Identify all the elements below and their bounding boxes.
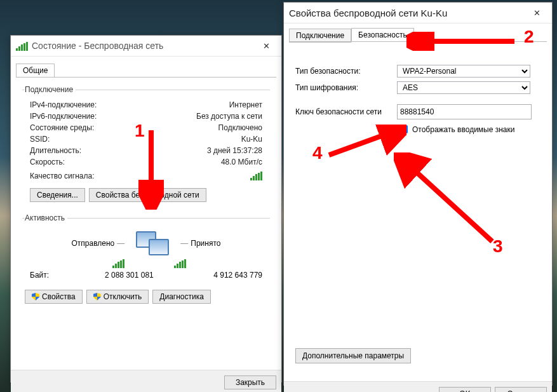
status-titlebar: Состояние - Беспроводная сеть ✕ bbox=[11, 36, 281, 57]
properties-button[interactable]: Свойства bbox=[25, 290, 83, 304]
signal-label: Качество сигнала: bbox=[30, 172, 94, 180]
bytes-received-value: 4 912 643 779 bbox=[213, 271, 262, 280]
enctype-label: Тип шифрования: bbox=[295, 83, 391, 92]
ssid-label: SSID: bbox=[30, 135, 50, 144]
wprops-title: Свойства беспроводной сети Ku-Ku bbox=[289, 8, 524, 18]
wifi-icon bbox=[16, 42, 28, 51]
show-characters-checkbox[interactable] bbox=[399, 125, 408, 133]
speed-value: 48.0 Мбит/с bbox=[221, 158, 262, 166]
disable-button[interactable]: Отключить bbox=[86, 290, 149, 304]
ok-button[interactable]: OK bbox=[439, 387, 491, 392]
status-tabs: Общие bbox=[11, 57, 281, 77]
tab-general[interactable]: Общие bbox=[16, 64, 55, 78]
wprops-footer: OK Отмена bbox=[284, 381, 552, 392]
ipv4-label: IPv4-подключение: bbox=[30, 100, 97, 109]
advanced-settings-button[interactable]: Дополнительные параметры bbox=[295, 348, 411, 363]
wprops-titlebar: Свойства беспроводной сети Ku-Ku ✕ bbox=[284, 3, 552, 24]
status-window: Состояние - Беспроводная сеть ✕ Общие По… bbox=[10, 35, 282, 382]
media-value: Подключено bbox=[218, 123, 262, 132]
ssid-value: Ku-Ku bbox=[241, 135, 262, 144]
activity-visual: Отправлено — — Принято bbox=[25, 230, 267, 257]
encryption-type-select[interactable]: AES bbox=[397, 81, 530, 94]
signal-quality-icon bbox=[250, 172, 262, 180]
bytes-label: Байт: bbox=[30, 271, 49, 280]
security-panel: Тип безопасности: WPA2-Personal Тип шифр… bbox=[289, 41, 547, 381]
tab-security[interactable]: Безопасность bbox=[351, 28, 414, 42]
network-icon bbox=[133, 230, 171, 257]
duration-label: Длительность: bbox=[30, 146, 81, 155]
ipv6-label: IPv6-подключение: bbox=[30, 112, 97, 121]
sent-signal-icon bbox=[112, 259, 124, 268]
cancel-button[interactable]: Отмена bbox=[495, 387, 547, 392]
wprops-tabs: Подключение Безопасность bbox=[284, 24, 552, 41]
recv-signal-icon bbox=[174, 259, 186, 268]
speed-label: Скорость: bbox=[30, 158, 65, 166]
close-button[interactable]: Закрыть bbox=[224, 375, 276, 389]
sectype-label: Тип безопасности: bbox=[295, 67, 391, 76]
network-key-input[interactable] bbox=[397, 104, 532, 119]
bytes-sent-value: 2 088 301 081 bbox=[105, 271, 154, 280]
tab-connection[interactable]: Подключение bbox=[289, 29, 351, 43]
ipv4-value: Интернет bbox=[229, 100, 262, 109]
status-tab-panel: Подключение IPv4-подключение:Интернет IP… bbox=[16, 77, 276, 370]
activity-group: Активность Отправлено — — Принято Байт: … bbox=[22, 213, 270, 282]
show-characters-label: Отображать вводимые знаки bbox=[412, 125, 514, 134]
wireless-properties-button[interactable]: Свойства беспроводной сети bbox=[89, 188, 206, 202]
activity-legend: Активность bbox=[25, 213, 67, 222]
close-icon[interactable]: ✕ bbox=[253, 38, 279, 53]
connection-legend: Подключение bbox=[25, 85, 76, 94]
media-label: Состояние среды: bbox=[30, 123, 94, 132]
duration-value: 3 дней 15:37:28 bbox=[207, 146, 262, 155]
received-label: Принято bbox=[191, 239, 220, 248]
wireless-properties-window: Свойства беспроводной сети Ku-Ku ✕ Подкл… bbox=[283, 2, 553, 386]
sent-label: Отправлено bbox=[72, 239, 115, 248]
details-button[interactable]: Сведения... bbox=[30, 188, 85, 202]
connection-group: Подключение IPv4-подключение:Интернет IP… bbox=[22, 85, 270, 205]
close-icon[interactable]: ✕ bbox=[524, 5, 549, 20]
ipv6-value: Без доступа к сети bbox=[196, 112, 262, 121]
key-label: Ключ безопасности сети bbox=[295, 107, 391, 116]
status-footer: Закрыть bbox=[11, 370, 281, 392]
diagnose-button[interactable]: Диагностика bbox=[152, 290, 211, 304]
security-type-select[interactable]: WPA2-Personal bbox=[397, 65, 530, 78]
status-title: Состояние - Беспроводная сеть bbox=[32, 41, 253, 51]
